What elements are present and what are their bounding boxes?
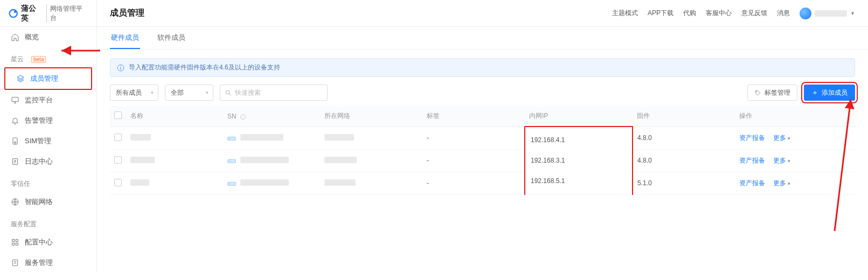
more-label: 更多	[773, 134, 786, 142]
select-members[interactable]: 所有成员 ▾	[110, 85, 158, 101]
cell-fw: 4.8.0	[633, 127, 735, 149]
more-link[interactable]: 更多 ▾	[773, 157, 790, 164]
tab-hardware[interactable]: 硬件成员	[110, 27, 140, 49]
home-icon	[11, 33, 19, 41]
tag-mgmt-button[interactable]: 标签管理	[747, 85, 797, 101]
nav-logs[interactable]: 日志中心	[0, 151, 96, 172]
more-link[interactable]: 更多 ▾	[773, 134, 790, 142]
log-icon	[11, 157, 19, 166]
svg-point-20	[229, 138, 230, 139]
cell-sn	[223, 149, 320, 172]
chevron-down-icon: ▾	[786, 158, 790, 164]
asset-report-link[interactable]: 资产报备	[739, 157, 765, 164]
cell-net	[320, 149, 422, 172]
nav-monitor-label: 监控平台	[25, 95, 53, 105]
svg-point-15	[756, 91, 758, 92]
svg-rect-2	[12, 97, 18, 102]
chevron-down-icon: ▾	[151, 90, 154, 95]
asset-report-link[interactable]: 资产报备	[739, 179, 765, 187]
nav-group-zerotrust: 零信任	[0, 172, 96, 192]
asset-report-link[interactable]: 资产报备	[739, 134, 765, 142]
chevron-down-icon: ▾	[786, 181, 790, 186]
checkbox-row[interactable]	[114, 134, 122, 141]
col-fw[interactable]: 固件	[633, 106, 735, 127]
nav-service-mgmt[interactable]: 服务管理	[0, 253, 96, 273]
nav-logs-label: 日志中心	[25, 157, 53, 166]
svg-rect-10	[12, 260, 17, 266]
tab-software[interactable]: 软件成员	[156, 27, 186, 49]
cell-net	[320, 127, 422, 149]
info-banner: 导入配置功能需硬件固件版本在4.6及以上的设备支持	[110, 58, 855, 77]
plus-icon: ＋	[811, 88, 818, 97]
device-icon	[227, 135, 236, 142]
col-tag[interactable]: 标签	[422, 106, 525, 127]
svg-point-1	[14, 10, 16, 12]
checkbox-all[interactable]	[114, 111, 122, 119]
sidebar: 蒲公英 网络管理平台 概览 星云 beta 成员管理 监控平台 告警管理 SIM…	[0, 0, 97, 273]
table-row: - 4.8.0 资产报备 更多 ▾	[110, 149, 855, 172]
col-op: 操作	[735, 106, 855, 127]
col-ip[interactable]: 内网IP	[525, 106, 633, 127]
brand-name: 蒲公英	[21, 4, 43, 23]
col-name[interactable]: 名称	[126, 106, 223, 127]
col-net[interactable]: 所在网络	[320, 106, 422, 127]
nav-alert-label: 告警管理	[25, 116, 53, 125]
link-app[interactable]: APP下载	[648, 9, 673, 18]
members-table: 名称 SN i 所在网络 标签 内网IP 固件 操作	[110, 106, 855, 195]
user-menu[interactable]: ▼	[800, 8, 855, 19]
nav-overview[interactable]: 概览	[0, 27, 96, 47]
nav-service-mgmt-label: 服务管理	[25, 258, 53, 268]
nav-alert[interactable]: 告警管理	[0, 110, 96, 131]
cell-op: 资产报备 更多 ▾	[735, 149, 855, 172]
tag-mgmt-label: 标签管理	[765, 88, 790, 97]
cell-fw: 5.1.0	[633, 172, 735, 194]
link-theme[interactable]: 主题模式	[612, 9, 638, 18]
nav-members-label: 成员管理	[30, 74, 58, 83]
link-feedback[interactable]: 意见反馈	[741, 9, 767, 18]
cell-name[interactable]	[126, 127, 223, 149]
nav-sim[interactable]: SIM管理	[0, 131, 96, 151]
table-row: - 192.168.4.1 192.168.3.1 192.168.5.1 4.…	[110, 127, 855, 149]
nav-members[interactable]: 成员管理	[4, 67, 92, 90]
cell-ip: 192.168.3.1	[529, 156, 629, 165]
col-sn-label: SN	[227, 113, 237, 120]
cell-ip: 192.168.4.1	[529, 135, 629, 145]
more-label: 更多	[773, 157, 786, 164]
toolbar: 所有成员 ▾ 全部 ▾ 快速搜索 标签管理 ＋ 添加成	[110, 85, 855, 101]
nav-monitor[interactable]: 监控平台	[0, 90, 96, 110]
more-link[interactable]: 更多 ▾	[773, 179, 790, 187]
svg-point-21	[230, 138, 231, 139]
col-sn[interactable]: SN i	[223, 106, 320, 127]
link-proxy[interactable]: 代购	[683, 9, 696, 18]
svg-point-26	[229, 184, 230, 184]
link-messages[interactable]: 消息	[777, 9, 790, 18]
cell-sn	[223, 172, 320, 194]
select-all[interactable]: 全部 ▾	[165, 85, 213, 101]
table-header-row: 名称 SN i 所在网络 标签 内网IP 固件 操作	[110, 106, 855, 127]
nav-overview-label: 概览	[25, 32, 39, 42]
link-support[interactable]: 客服中心	[706, 9, 732, 18]
topbar: 成员管理 主题模式 APP下载 代购 客服中心 意见反馈 消息 ▼	[97, 0, 868, 27]
checkbox-row[interactable]	[114, 179, 122, 186]
cell-name[interactable]	[126, 172, 223, 194]
checkbox-row[interactable]	[114, 156, 122, 164]
add-member-button[interactable]: ＋ 添加成员	[804, 85, 855, 101]
nav-config-center-label: 配置中心	[25, 237, 53, 247]
svg-line-14	[229, 94, 231, 95]
search-input[interactable]: 快速搜索	[220, 85, 328, 101]
info-icon	[117, 64, 124, 72]
nav-group-service: 服务配置	[0, 212, 96, 232]
select-all-value: 全部	[171, 88, 184, 97]
svg-point-27	[230, 184, 231, 184]
cell-op: 资产报备 更多 ▾	[735, 172, 855, 194]
cell-name[interactable]	[126, 149, 223, 172]
nav-config-center[interactable]: 配置中心	[0, 232, 96, 253]
svg-rect-7	[16, 240, 18, 242]
cell-fw: 4.8.0	[633, 149, 735, 172]
info-banner-text: 导入配置功能需硬件固件版本在4.6及以上的设备支持	[129, 63, 280, 72]
brand-sub: 网络管理平台	[46, 4, 88, 23]
nav-smart-net[interactable]: 智能网络	[0, 192, 96, 212]
nav-group-cloud: 星云 beta	[0, 47, 96, 67]
nav-sim-label: SIM管理	[25, 136, 51, 146]
svg-rect-6	[12, 240, 15, 242]
